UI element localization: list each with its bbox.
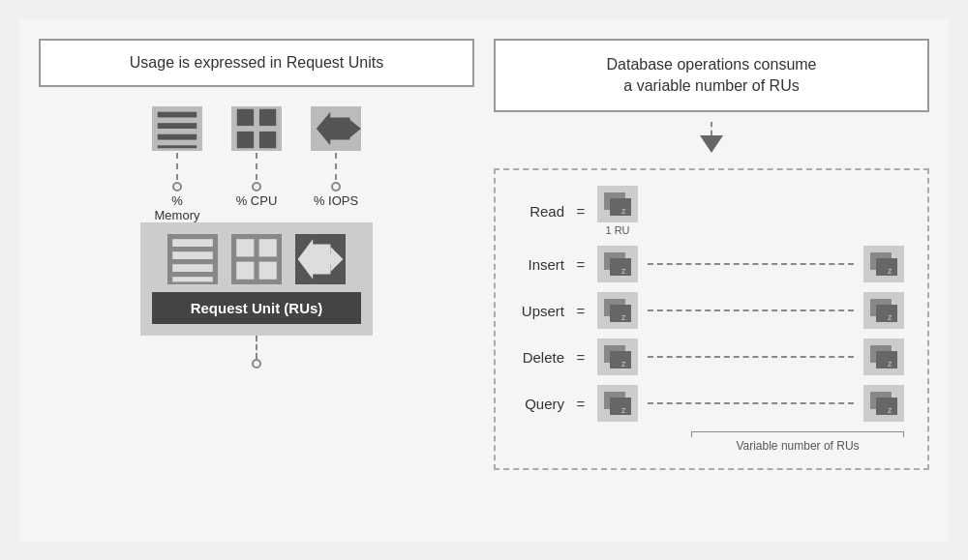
delete-doc-svg-end: z — [868, 343, 899, 370]
delete-doc-svg-start: z — [602, 343, 633, 370]
resource-labels-row: % Memory % CPU % IOPS — [152, 193, 361, 222]
op-row-query: Query = z z — [511, 385, 904, 422]
read-ru-label: 1 RU — [605, 224, 629, 236]
right-panel: Database operations consume a variable n… — [494, 39, 929, 522]
delete-icon-start: z — [597, 339, 638, 375]
memory-icon — [152, 106, 202, 151]
memory-resource-group — [152, 106, 202, 192]
svg-text:z: z — [888, 405, 892, 415]
svg-rect-33 — [876, 305, 897, 322]
cpu-resource-group — [231, 106, 282, 192]
delete-icon-end: z — [863, 339, 904, 375]
iops-resource-group — [311, 106, 361, 192]
delete-label: Delete — [511, 349, 564, 366]
ru-db-icon — [167, 234, 218, 284]
svg-rect-27 — [876, 258, 897, 276]
read-icon-wrapper: z 1 RU — [597, 186, 638, 236]
cpu-icon — [231, 106, 282, 151]
svg-rect-0 — [158, 111, 197, 117]
iops-dashed-line — [335, 153, 337, 180]
upsert-label: Upsert — [511, 303, 564, 319]
op-row-delete: Delete = z z — [511, 339, 904, 375]
ops-dashed-line-top — [711, 122, 712, 135]
iops-dot — [331, 182, 341, 192]
svg-rect-42 — [610, 398, 631, 415]
svg-rect-5 — [259, 108, 276, 125]
svg-text:z: z — [621, 266, 626, 276]
svg-rect-3 — [158, 145, 197, 148]
insert-dashes — [648, 263, 854, 265]
ru-inner-icons — [167, 234, 346, 284]
svg-rect-4 — [237, 108, 254, 125]
read-equals: = — [574, 203, 588, 220]
resources-area: % Memory % CPU % IOPS — [39, 106, 474, 368]
svg-rect-45 — [876, 398, 897, 415]
svg-rect-24 — [610, 258, 631, 276]
left-header: Usage is expressed in Request Units — [39, 39, 474, 87]
right-header-line1: Database operations consume — [606, 56, 816, 73]
ru-arrow-icon — [295, 234, 346, 284]
op-row-read: Read = z 1 RU — [511, 186, 904, 236]
svg-rect-39 — [876, 351, 897, 368]
cpu-dashed-line — [256, 153, 257, 180]
bracket-line — [691, 431, 904, 437]
svg-rect-15 — [259, 239, 277, 256]
svg-rect-16 — [236, 261, 254, 279]
svg-rect-12 — [172, 264, 213, 272]
variable-ru-section: Variable number of RUs — [511, 431, 904, 453]
main-container: Usage is expressed in Request Units — [19, 19, 949, 542]
left-header-text: Usage is expressed in Request Units — [130, 54, 383, 71]
ru-circle-dot — [252, 359, 261, 368]
insert-label: Insert — [511, 256, 564, 273]
svg-rect-30 — [610, 305, 631, 322]
grid-icon-svg — [231, 234, 282, 284]
iops-svg — [311, 103, 361, 154]
svg-rect-21 — [610, 198, 631, 216]
op-row-insert: Insert = z z — [511, 246, 904, 282]
svg-text:z: z — [621, 405, 626, 415]
upsert-dashes — [648, 309, 854, 311]
db-icon-svg — [167, 234, 218, 284]
arrow-to-ops — [494, 122, 929, 155]
query-label: Query — [511, 396, 564, 412]
read-icon: z — [597, 186, 638, 222]
memory-label: % Memory — [152, 193, 202, 222]
query-icon-start: z — [597, 385, 638, 422]
insert-icon-end: z — [863, 246, 904, 282]
operations-area: Read = z 1 RU Insert = — [494, 168, 929, 470]
svg-text:z: z — [621, 206, 626, 216]
ru-grid-icon — [231, 234, 282, 284]
svg-rect-11 — [172, 251, 213, 259]
upsert-icon-end: z — [863, 292, 904, 329]
svg-text:z: z — [621, 359, 626, 368]
svg-rect-14 — [236, 239, 254, 256]
ops-arrow-down — [700, 135, 723, 153]
delete-equals: = — [574, 349, 588, 366]
cpu-label: % CPU — [231, 193, 282, 222]
read-doc-svg: z — [602, 191, 633, 218]
iops-label: % IOPS — [311, 193, 361, 222]
upsert-equals: = — [574, 303, 588, 319]
left-panel: Usage is expressed in Request Units — [39, 39, 474, 522]
op-row-upsert: Upsert = z z — [511, 292, 904, 329]
ru-label: Request Unit (RUs) — [152, 292, 361, 324]
right-header: Database operations consume a variable n… — [494, 39, 929, 113]
svg-text:z: z — [888, 312, 892, 322]
upsert-doc-svg-end: z — [868, 297, 899, 324]
svg-rect-1 — [158, 123, 197, 129]
upsert-doc-svg-start: z — [602, 297, 633, 324]
svg-rect-10 — [172, 239, 213, 247]
cpu-svg — [231, 103, 282, 154]
insert-equals: = — [574, 256, 588, 273]
ru-container: Request Unit (RUs) — [140, 222, 373, 336]
arrow-icon-svg — [295, 234, 346, 284]
cpu-dot — [252, 182, 261, 192]
query-dashes — [648, 402, 854, 404]
upsert-icon-start: z — [597, 292, 638, 329]
svg-rect-17 — [259, 261, 277, 279]
memory-dot — [172, 182, 182, 192]
iops-icon — [311, 106, 361, 151]
query-doc-svg-start: z — [602, 390, 633, 417]
svg-text:z: z — [888, 266, 892, 276]
insert-icon-start: z — [597, 246, 638, 282]
